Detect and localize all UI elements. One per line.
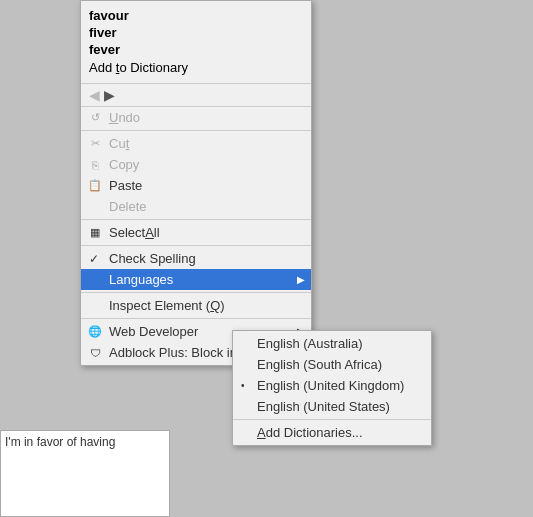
- divider-5: [81, 318, 311, 319]
- cut-icon: ✂: [87, 136, 103, 152]
- divider-4: [81, 292, 311, 293]
- web-developer-icon: 🌐: [87, 324, 103, 340]
- languages-menu-item[interactable]: Languages: [81, 269, 311, 290]
- spell-suggestion-1[interactable]: favour: [89, 7, 303, 24]
- textarea-content: I'm in favor of having: [5, 435, 115, 449]
- add-dictionaries[interactable]: Add Dictionaries...: [233, 422, 431, 443]
- lang-united-states[interactable]: English (United States): [233, 396, 431, 417]
- select-all-icon: ▦: [87, 225, 103, 241]
- delete-menu-item[interactable]: Delete: [81, 196, 311, 217]
- languages-submenu: English (Australia) English (South Afric…: [232, 330, 432, 446]
- undo-icon: ↺: [87, 110, 103, 126]
- select-all-menu-item[interactable]: ▦ Select All: [81, 222, 311, 243]
- context-menu: favour fiver fever Add to Dictionary ◀ ▶…: [80, 0, 312, 366]
- divider-2: [81, 219, 311, 220]
- spell-suggestion-3[interactable]: fever: [89, 41, 303, 58]
- nav-forward-arrow[interactable]: ▶: [104, 88, 115, 102]
- lang-australia[interactable]: English (Australia): [233, 333, 431, 354]
- checkmark-icon: ✓: [89, 252, 99, 266]
- lang-south-africa-label: English (South Africa): [257, 357, 382, 372]
- nav-section: ◀ ▶: [81, 84, 311, 107]
- copy-icon: ⎘: [87, 157, 103, 173]
- adblock-icon: 🛡: [87, 345, 103, 361]
- add-to-dictionary[interactable]: Add to Dictionary: [89, 58, 303, 77]
- check-spelling-menu-item[interactable]: ✓ Check Spelling: [81, 248, 311, 269]
- paste-menu-item[interactable]: 📋 Paste: [81, 175, 311, 196]
- spell-suggestions-section: favour fiver fever Add to Dictionary: [81, 3, 311, 84]
- undo-menu-item[interactable]: ↺ Undo: [81, 107, 311, 128]
- lang-australia-label: English (Australia): [257, 336, 363, 351]
- lang-uk-label: English (United Kingdom): [257, 378, 404, 393]
- inspect-element-menu-item[interactable]: Inspect Element (Q): [81, 295, 311, 316]
- lang-south-africa[interactable]: English (South Africa): [233, 354, 431, 375]
- textarea-background: I'm in favor of having: [0, 430, 170, 517]
- lang-united-kingdom[interactable]: • English (United Kingdom): [233, 375, 431, 396]
- paste-icon: 📋: [87, 178, 103, 194]
- lang-us-label: English (United States): [257, 399, 390, 414]
- copy-menu-item[interactable]: ⎘ Copy: [81, 154, 311, 175]
- nav-back-arrow[interactable]: ◀: [89, 88, 100, 102]
- bullet-icon: •: [241, 380, 245, 391]
- spell-suggestion-2[interactable]: fiver: [89, 24, 303, 41]
- divider-3: [81, 245, 311, 246]
- divider-1: [81, 130, 311, 131]
- submenu-divider: [233, 419, 431, 420]
- cut-menu-item[interactable]: ✂ Cut: [81, 133, 311, 154]
